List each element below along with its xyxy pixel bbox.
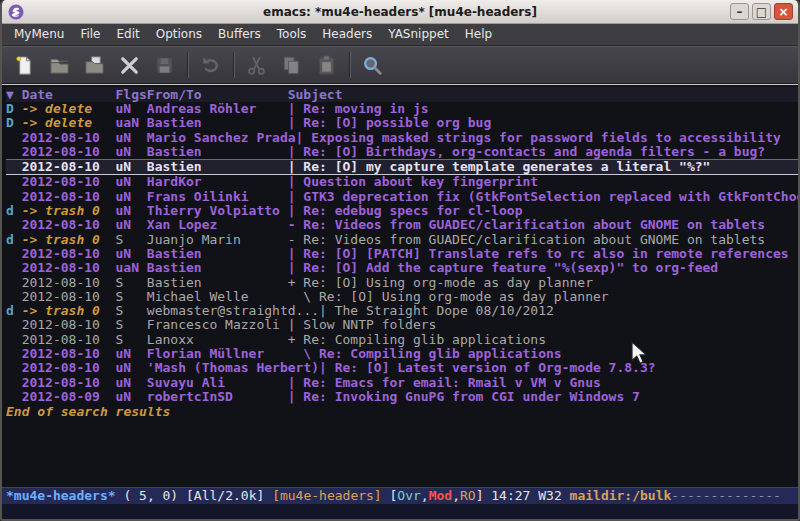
maximize-button[interactable]: □ bbox=[752, 3, 771, 20]
row-from: Andreas Röhler bbox=[147, 102, 288, 116]
row-from: Francesco Mazzoli bbox=[147, 318, 288, 332]
new-file-button[interactable] bbox=[10, 51, 39, 80]
modeline-segment: maildir:/bulk bbox=[570, 488, 672, 503]
echo-area[interactable] bbox=[2, 504, 798, 519]
menu-mymenu[interactable]: MyMenu bbox=[6, 24, 72, 45]
dired-icon bbox=[83, 54, 106, 77]
message-row[interactable]: 2012-08-10uNHardKor| Question about key … bbox=[6, 175, 798, 189]
row-from: Bastien bbox=[147, 276, 288, 290]
header-subject[interactable]: Subject bbox=[288, 87, 343, 102]
row-from: robertcInSD bbox=[147, 390, 288, 404]
message-row[interactable]: 2012-08-10uNFlorian Müllner \ Re: Compil… bbox=[6, 347, 798, 361]
row-subject: | Re: moving in js bbox=[288, 102, 429, 116]
row-flags: uN bbox=[116, 102, 147, 116]
message-row[interactable]: d-> trash 0Swebmaster@straightd...| The … bbox=[6, 304, 798, 318]
message-row[interactable]: 2012-08-09uNrobertcInSD| Re: Invoking Gn… bbox=[6, 390, 798, 404]
menu-yasnippet[interactable]: YASnippet bbox=[380, 24, 457, 45]
message-row[interactable]: 2012-08-10uNBastien| Re: [O] Birthdays, … bbox=[6, 145, 798, 159]
row-from: Juanjo Marin bbox=[147, 233, 288, 247]
message-row[interactable]: 2012-08-10uaNBastien| Re: [O] Add the ca… bbox=[6, 261, 798, 275]
open-file-button[interactable] bbox=[45, 51, 74, 80]
row-subject: | The Straight Dope 08/10/2012 bbox=[319, 304, 554, 318]
row-flags: uN bbox=[116, 247, 147, 261]
row-subject: | Re: Invoking GnuPG from CGI under Wind… bbox=[288, 390, 640, 404]
title-bar: emacs: *mu4e-headers* [mu4e-headers] – □… bbox=[2, 0, 798, 24]
menu-help[interactable]: Help bbox=[457, 24, 500, 45]
row-flags: S bbox=[116, 233, 147, 247]
row-flags: uN bbox=[116, 160, 147, 174]
row-date: 2012-08-10 bbox=[22, 290, 116, 304]
row-from: 'Mash (Thomas Herbert) bbox=[147, 361, 319, 375]
row-subject: + Re: [O] Using org-mode as day planner bbox=[288, 276, 593, 290]
message-row[interactable]: d-> trash 0uNThierry Volpiatto| Re: edeb… bbox=[6, 204, 798, 218]
row-subject: | Re: [O] [PATCH] Translate refs to rc a… bbox=[288, 247, 789, 261]
row-subject: + Re: Compiling glib applications bbox=[288, 333, 546, 347]
row-flags: uN bbox=[116, 361, 147, 375]
row-date: 2012-08-10 bbox=[22, 175, 116, 189]
undo-button[interactable] bbox=[196, 51, 225, 80]
message-row[interactable]: d-> trash 0SJuanjo Marin- Re: Videos fro… bbox=[6, 233, 798, 247]
open-file-icon bbox=[48, 54, 71, 77]
menu-options[interactable]: Options bbox=[148, 24, 210, 45]
row-mark: d bbox=[6, 233, 22, 247]
message-row[interactable]: 2012-08-10uNXan Lopez- Re: Videos from G… bbox=[6, 218, 798, 232]
menu-tools[interactable]: Tools bbox=[269, 24, 315, 45]
message-row[interactable]: 2012-08-10uNBastien| Re: [O] [PATCH] Tra… bbox=[6, 247, 798, 261]
row-flags: uN bbox=[116, 131, 147, 145]
copy-icon bbox=[280, 54, 303, 77]
row-subject: \ Re: Compiling glib applications bbox=[288, 347, 562, 361]
message-row[interactable]: 2012-08-10uNSuvayu Ali| Re: Emacs for em… bbox=[6, 376, 798, 390]
paste-icon bbox=[315, 54, 338, 77]
row-date: -> trash 0 bbox=[22, 304, 116, 318]
cut-button[interactable] bbox=[242, 51, 271, 80]
row-subject: | Re: edebug specs for cl-loop bbox=[288, 204, 523, 218]
row-date: -> trash 0 bbox=[22, 204, 116, 218]
menu-buffers[interactable]: Buffers bbox=[210, 24, 269, 45]
menu-file[interactable]: File bbox=[72, 24, 108, 45]
search-button[interactable] bbox=[358, 51, 387, 80]
modeline-segment: ] bbox=[476, 488, 492, 503]
message-row[interactable]: 2012-08-10uNFrans Oilinki| GTK3 deprecat… bbox=[6, 190, 798, 204]
paste-button[interactable] bbox=[312, 51, 341, 80]
header-from[interactable]: From/To bbox=[147, 87, 288, 102]
dired-button[interactable] bbox=[80, 51, 109, 80]
window-title: emacs: *mu4e-headers* [mu4e-headers] bbox=[2, 0, 798, 24]
row-from: Lanoxx bbox=[147, 333, 288, 347]
row-subject: \ Re: [O] Using org-mode as day planner bbox=[288, 290, 609, 304]
message-row[interactable]: D-> deleteuaNBastien| Re: [O] possible o… bbox=[6, 116, 798, 130]
row-subject: | Re: [O] possible org bug bbox=[288, 116, 492, 130]
menu-headers[interactable]: Headers bbox=[314, 24, 380, 45]
row-from: Xan Lopez bbox=[147, 218, 288, 232]
header-date[interactable]: Date bbox=[22, 87, 116, 102]
row-from: Mario Sanchez Prada bbox=[147, 131, 296, 145]
header-flags[interactable]: Flgs bbox=[116, 87, 147, 102]
row-from: Florian Müllner bbox=[147, 347, 288, 361]
close-button[interactable]: × bbox=[774, 3, 793, 20]
message-row[interactable]: 2012-08-10SFrancesco Mazzoli| Slow NNTP … bbox=[6, 318, 798, 332]
row-flags: uN bbox=[116, 204, 147, 218]
minimize-button[interactable]: – bbox=[730, 3, 749, 20]
row-flags: uN bbox=[116, 347, 147, 361]
row-date: 2012-08-10 bbox=[22, 131, 116, 145]
message-row[interactable]: 2012-08-10uNBastien| Re: [O] my capture … bbox=[6, 159, 798, 175]
row-flags: S bbox=[116, 276, 147, 290]
new-file-icon bbox=[13, 54, 36, 77]
copy-button[interactable] bbox=[277, 51, 306, 80]
kill-buffer-button[interactable] bbox=[115, 51, 144, 80]
row-flags: uN bbox=[116, 390, 147, 404]
row-from: Bastien bbox=[147, 116, 288, 130]
row-flags: uN bbox=[116, 376, 147, 390]
row-subject: | Re: [O] Add the capture feature "%(sex… bbox=[288, 261, 718, 275]
message-row[interactable]: D-> deleteuNAndreas Röhler| Re: moving i… bbox=[6, 102, 798, 116]
row-subject: | Re: [O] Birthdays, org-contacts and ag… bbox=[288, 145, 765, 159]
message-row[interactable]: 2012-08-10SBastien+ Re: [O] Using org-mo… bbox=[6, 276, 798, 290]
message-row[interactable]: 2012-08-10uN'Mash (Thomas Herbert)| Re: … bbox=[6, 361, 798, 375]
message-row[interactable]: 2012-08-10SLanoxx+ Re: Compiling glib ap… bbox=[6, 333, 798, 347]
modeline-segment: [mu4e-headers] bbox=[272, 488, 389, 503]
menu-edit[interactable]: Edit bbox=[109, 24, 148, 45]
toolbar-separator bbox=[349, 52, 351, 78]
message-row[interactable]: 2012-08-10uNMario Sanchez Prada| Exposin… bbox=[6, 131, 798, 145]
modeline-segment: , bbox=[421, 488, 429, 503]
save-buffer-button[interactable] bbox=[150, 51, 179, 80]
message-row[interactable]: 2012-08-10SMichael Welle \ Re: [O] Using… bbox=[6, 290, 798, 304]
